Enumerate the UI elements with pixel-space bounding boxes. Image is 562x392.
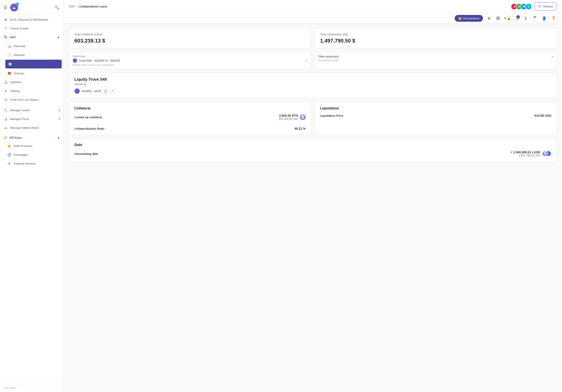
exchanges-icon: 🔄 — [7, 152, 12, 157]
sidebar-section-defi[interactable]: DeFi ▲ — [0, 33, 63, 42]
sidebar-item-manage-address-book[interactable]: 📖 Manage Address Book — [0, 123, 63, 132]
bank-icon: 🏛 — [3, 17, 8, 22]
statistics-icon: 📊 — [3, 80, 8, 84]
ratio-value: 40.21 % — [294, 127, 305, 130]
total-debt-value: 1,497,790.50 $ — [320, 38, 551, 44]
locked-collateral-value: 2,600.00 ETH 603,200.00 USD — [279, 114, 305, 120]
debt-amount: < 1,500,000.01 LUSD 1,497,790.50 USD — [510, 150, 540, 157]
sidebar-item-external-services[interactable]: 🔗 External Services — [3, 159, 63, 168]
sidebar: ☰ ☁ 🔒 🔍 🏛 Exch. Deposits & Withdrawals 🗒… — [0, 0, 64, 392]
refresh-button[interactable]: ↻ Refresh — [535, 2, 557, 11]
liabilities-icon: 🔄 — [8, 62, 12, 66]
liquidation-price-label: Liquidation Price — [320, 114, 343, 117]
currency-toggle-icon[interactable]: 🌙 2 — [513, 15, 520, 22]
sidebar-item-liabilities[interactable]: 🔄 Liabilities — [5, 60, 62, 68]
sidebar-item-exchanges[interactable]: 🔄 Exchanges — [3, 150, 63, 159]
sidebar-item-manage-prices[interactable]: 📊 Manage Prices ▾ — [0, 114, 63, 123]
ratio-row: Collateralization Ratio 40.21 % — [74, 124, 305, 130]
breadcrumb-parent: DeFi — [69, 5, 75, 8]
user-icon[interactable]: 👤 — [541, 15, 548, 22]
collateral-eth: 2,600.00 ETH — [279, 114, 298, 117]
debt-title: Debt — [74, 143, 551, 147]
eth-icon-debt — [542, 151, 548, 157]
trove-avatar — [74, 89, 80, 94]
theme-icon[interactable]: ☀ 🔒 — [504, 15, 511, 22]
trove-owned-label: Owned by: — [74, 83, 551, 86]
sidebar-item-staking[interactable]: ⬇ Staking — [0, 86, 63, 95]
debt-value-block: < 1,500,000.01 LUSD 1,497,790.50 USD S — [510, 150, 551, 157]
liquidation-price-value: 633.68 USD — [535, 114, 551, 117]
debt-token-icons: S — [542, 151, 551, 157]
airdrops-icon: 🎁 — [7, 71, 12, 76]
manage-assets-icon: 🔧 — [3, 108, 8, 112]
theme-lock-badge: 🔒 — [507, 16, 511, 20]
select-loan-hint: Please select a loan to see information — [73, 64, 307, 66]
eye-icon[interactable]: 👁 ▾ — [532, 15, 538, 22]
sidebar-item-profit-loss[interactable]: 📋 Profit And Loss Report — [0, 95, 63, 104]
locked-collateral-label: Locked up collateral — [74, 116, 102, 119]
sidebar-item-overview[interactable]: 📊 Overview — [3, 42, 63, 50]
select-loan-value[interactable]: Trove 549 - 0xDdFE74...09Ad78 ▾ — [73, 58, 307, 63]
notification-badge: 2 — [516, 15, 520, 19]
total-debt-label: Total outstanding debt — [320, 33, 551, 36]
trove-address-row: 0xDdFE...Ad78 📋 ↗ — [74, 89, 551, 94]
premium-icon-crown: 👑 — [458, 17, 462, 20]
sidebar-item-rotki-premium[interactable]: 👑 Rotki Premium — [3, 142, 63, 150]
filter-protocol-value[interactable]: Filter protocol(s) ▾ — [318, 55, 553, 58]
copy-address-button[interactable]: 📋 — [103, 89, 108, 94]
premium-icon: 👑 — [7, 144, 12, 148]
sidebar-section-api-keys[interactable]: 🔑 API Keys ▲ — [0, 134, 63, 142]
protocol-avatars: A S M C — [511, 3, 532, 10]
total-collateral-card: Total collateral locked 603,239.13 $ — [69, 28, 311, 48]
filter-protocol-showing: Showing all results — [318, 59, 553, 62]
manage-prices-icon: 📊 — [3, 117, 8, 121]
collateral-amount: 2,600.00 ETH 603,200.00 USD — [279, 114, 298, 120]
sidebar-item-history-events[interactable]: 🗒 History Events — [0, 24, 63, 33]
menu-icon[interactable]: ☰ — [3, 5, 7, 10]
app-topbar: 👑 Get premium 🖥 🖼 ☀ 🔒 🌙 2 $ 👁 ▾ 👤 ❓ — [64, 13, 562, 24]
api-keys-subnav: 👑 Rotki Premium 🔄 Exchanges 🔗 External S… — [0, 142, 63, 168]
avatar-4: C — [525, 3, 532, 10]
sidebar-item-deposits[interactable]: 🕐 Deposits — [3, 50, 63, 59]
manage-assets-chevron: ▾ — [59, 109, 60, 112]
monitor-icon[interactable]: 🖥 — [486, 15, 492, 22]
sidebar-item-manage-assets[interactable]: 🔧 Manage Assets ▾ — [0, 106, 63, 114]
history-icon: 🗒 — [3, 26, 8, 31]
select-loan-label: Select Loan — [73, 55, 307, 57]
manage-prices-chevron: ▾ — [59, 117, 60, 120]
api-keys-icon: 🔑 — [3, 136, 7, 139]
loan-icon — [73, 58, 77, 63]
external-link-button[interactable]: ↗ — [110, 89, 115, 94]
sidebar-item-airdrops[interactable]: 🎁 Airdrops — [3, 69, 63, 78]
svg-marker-0 — [301, 115, 304, 118]
defi-chevron-icon: ▲ — [57, 35, 60, 39]
refresh-icon: ↻ — [538, 4, 541, 9]
liquidation-card: Liquidation Liquidation Price 633.68 USD — [315, 102, 557, 135]
eth-token-icon — [300, 114, 305, 120]
select-loan-wrapper[interactable]: Select Loan Trove 549 - 0xDdFE74...09Ad7… — [69, 52, 311, 69]
breadcrumb: DeFi / Collateralized Loans — [69, 5, 107, 8]
sidebar-item-exch-deposits[interactable]: 🏛 Exch. Deposits & Withdrawals — [0, 15, 63, 24]
page-content: Total collateral locked 603,239.13 $ Tot… — [64, 24, 562, 392]
sidebar-nav: 🏛 Exch. Deposits & Withdrawals 🗒 History… — [0, 13, 63, 384]
get-premium-button[interactable]: 👑 Get premium — [455, 15, 483, 22]
svg-marker-2 — [544, 152, 546, 154]
total-collateral-value: 603,239.13 $ — [74, 38, 305, 44]
locked-collateral-row: Locked up collateral 2,600.00 ETH 603,20… — [74, 114, 305, 120]
staking-icon: ⬇ — [3, 89, 8, 93]
overview-icon: 📊 — [7, 44, 12, 48]
summary-cards: Total collateral locked 603,239.13 $ Tot… — [69, 28, 557, 48]
defi-icon — [3, 35, 7, 39]
profit-loss-icon: 📋 — [3, 97, 8, 102]
screenshot-icon[interactable]: 🖼 — [495, 15, 501, 22]
filter-protocol-wrapper[interactable]: Filter protocol(s) ▾ Showing all results — [315, 52, 557, 69]
help-icon[interactable]: ❓ — [550, 15, 557, 22]
dollar-icon[interactable]: $ — [523, 15, 529, 22]
topbar-right: A S M C ↻ Refresh — [511, 2, 557, 11]
main-content: DeFi / Collateralized Loans A S M C ↻ Re… — [64, 0, 562, 392]
select-loan-chevron: ▾ — [306, 59, 307, 62]
search-icon[interactable]: 🔍 — [54, 4, 60, 11]
sidebar-item-statistics[interactable]: 📊 Statistics — [0, 78, 63, 86]
debt-lusd: < 1,500,000.01 LUSD — [510, 150, 540, 154]
debt-usd: 1,497,790.50 USD — [510, 154, 540, 157]
